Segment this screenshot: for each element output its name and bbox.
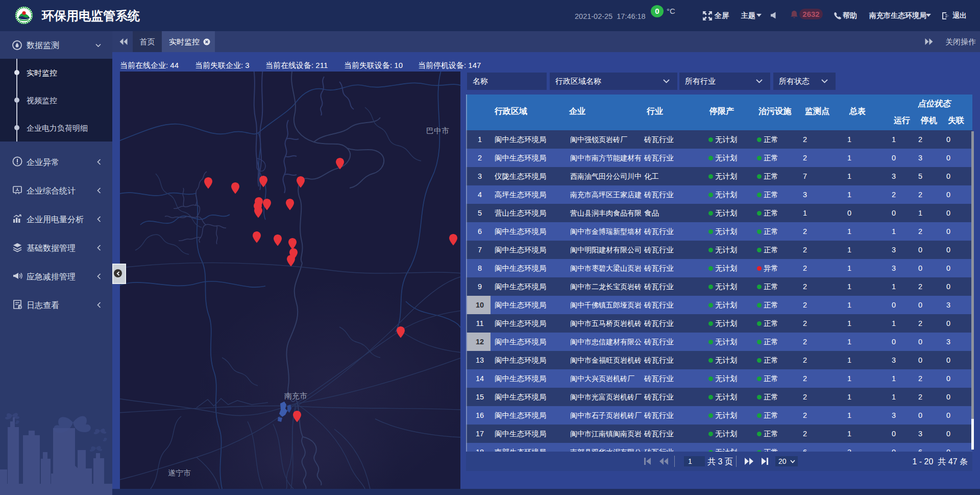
- svg-text:遂宁市: 遂宁市: [168, 468, 191, 477]
- svg-text:南充市: 南充市: [284, 391, 307, 400]
- svg-text:巴中市: 巴中市: [426, 126, 449, 135]
